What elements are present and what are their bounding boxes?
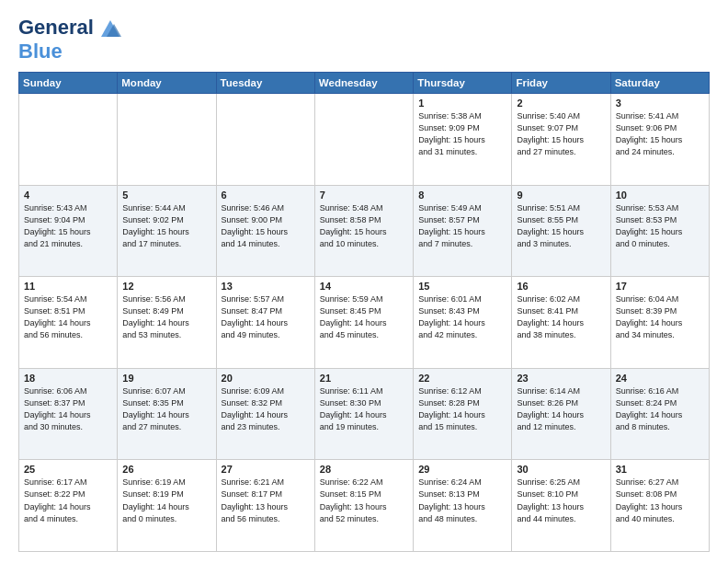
day-cell: 17Sunrise: 6:04 AM Sunset: 8:39 PM Dayli… (610, 277, 709, 369)
day-info: Sunrise: 5:56 AM Sunset: 8:49 PM Dayligh… (122, 293, 210, 341)
week-row-2: 4Sunrise: 5:43 AM Sunset: 9:04 PM Daylig… (19, 185, 710, 277)
day-number: 17 (616, 281, 704, 292)
day-number: 29 (418, 464, 506, 475)
day-cell: 5Sunrise: 5:44 AM Sunset: 9:02 PM Daylig… (118, 185, 216, 277)
day-number: 18 (24, 373, 112, 384)
day-cell: 4Sunrise: 5:43 AM Sunset: 9:04 PM Daylig… (19, 185, 118, 277)
day-number: 14 (320, 281, 408, 292)
day-number: 1 (418, 98, 506, 109)
day-cell: 21Sunrise: 6:11 AM Sunset: 8:30 PM Dayli… (314, 368, 413, 460)
day-info: Sunrise: 5:43 AM Sunset: 9:04 PM Dayligh… (24, 202, 112, 250)
day-info: Sunrise: 5:41 AM Sunset: 9:06 PM Dayligh… (616, 110, 704, 158)
day-cell: 28Sunrise: 6:22 AM Sunset: 8:15 PM Dayli… (314, 460, 413, 552)
day-info: Sunrise: 6:24 AM Sunset: 8:13 PM Dayligh… (418, 477, 506, 524)
day-cell: 19Sunrise: 6:07 AM Sunset: 8:35 PM Dayli… (118, 368, 216, 460)
day-number: 21 (320, 373, 408, 384)
col-header-sunday: Sunday (19, 73, 118, 94)
day-info: Sunrise: 6:25 AM Sunset: 8:10 PM Dayligh… (517, 477, 605, 524)
day-cell: 2Sunrise: 5:40 AM Sunset: 9:07 PM Daylig… (512, 94, 610, 186)
day-number: 23 (517, 373, 605, 384)
col-header-friday: Friday (512, 73, 610, 94)
day-number: 9 (517, 190, 605, 201)
day-cell: 24Sunrise: 6:16 AM Sunset: 8:24 PM Dayli… (610, 368, 709, 460)
day-info: Sunrise: 5:57 AM Sunset: 8:47 PM Dayligh… (222, 293, 310, 341)
day-number: 25 (24, 464, 112, 475)
day-cell: 29Sunrise: 6:24 AM Sunset: 8:13 PM Dayli… (414, 460, 512, 552)
day-cell (314, 94, 413, 186)
day-cell: 13Sunrise: 5:57 AM Sunset: 8:47 PM Dayli… (216, 277, 314, 369)
day-number: 11 (24, 281, 112, 292)
day-number: 19 (122, 373, 210, 384)
calendar-table: SundayMondayTuesdayWednesdayThursdayFrid… (18, 72, 710, 552)
calendar-header-row: SundayMondayTuesdayWednesdayThursdayFrid… (19, 73, 710, 94)
day-cell: 23Sunrise: 6:14 AM Sunset: 8:26 PM Dayli… (512, 368, 610, 460)
day-cell: 6Sunrise: 5:46 AM Sunset: 9:00 PM Daylig… (216, 185, 314, 277)
day-info: Sunrise: 6:01 AM Sunset: 8:43 PM Dayligh… (418, 293, 506, 341)
day-number: 8 (418, 190, 506, 201)
day-number: 31 (616, 464, 704, 475)
day-number: 3 (616, 98, 704, 109)
header: General Blue (18, 15, 710, 63)
day-cell: 30Sunrise: 6:25 AM Sunset: 8:10 PM Dayli… (512, 460, 610, 552)
day-info: Sunrise: 6:22 AM Sunset: 8:15 PM Dayligh… (320, 477, 408, 524)
day-number: 16 (517, 281, 605, 292)
day-info: Sunrise: 5:59 AM Sunset: 8:45 PM Dayligh… (320, 293, 408, 341)
page: General Blue SundayMondayTuesdayWednesda… (0, 0, 728, 563)
day-info: Sunrise: 5:49 AM Sunset: 8:57 PM Dayligh… (418, 202, 506, 250)
day-cell: 7Sunrise: 5:48 AM Sunset: 8:58 PM Daylig… (314, 185, 413, 277)
day-info: Sunrise: 6:02 AM Sunset: 8:41 PM Dayligh… (517, 293, 605, 341)
day-cell (118, 94, 216, 186)
day-info: Sunrise: 5:48 AM Sunset: 8:58 PM Dayligh… (320, 202, 408, 250)
day-cell: 12Sunrise: 5:56 AM Sunset: 8:49 PM Dayli… (118, 277, 216, 369)
day-number: 15 (418, 281, 506, 292)
day-cell: 14Sunrise: 5:59 AM Sunset: 8:45 PM Dayli… (314, 277, 413, 369)
day-info: Sunrise: 6:17 AM Sunset: 8:22 PM Dayligh… (24, 477, 112, 524)
day-number: 6 (222, 190, 310, 201)
day-cell (19, 94, 118, 186)
col-header-tuesday: Tuesday (216, 73, 314, 94)
day-cell: 22Sunrise: 6:12 AM Sunset: 8:28 PM Dayli… (414, 368, 512, 460)
day-cell: 27Sunrise: 6:21 AM Sunset: 8:17 PM Dayli… (216, 460, 314, 552)
day-cell: 3Sunrise: 5:41 AM Sunset: 9:06 PM Daylig… (610, 94, 709, 186)
day-cell: 26Sunrise: 6:19 AM Sunset: 8:19 PM Dayli… (118, 460, 216, 552)
day-number: 22 (418, 373, 506, 384)
day-info: Sunrise: 5:38 AM Sunset: 9:09 PM Dayligh… (418, 110, 506, 158)
day-info: Sunrise: 6:19 AM Sunset: 8:19 PM Dayligh… (122, 477, 210, 524)
day-info: Sunrise: 6:04 AM Sunset: 8:39 PM Dayligh… (616, 293, 704, 341)
day-info: Sunrise: 5:53 AM Sunset: 8:53 PM Dayligh… (616, 202, 704, 250)
week-row-5: 25Sunrise: 6:17 AM Sunset: 8:22 PM Dayli… (19, 460, 710, 552)
week-row-3: 11Sunrise: 5:54 AM Sunset: 8:51 PM Dayli… (19, 277, 710, 369)
day-info: Sunrise: 6:21 AM Sunset: 8:17 PM Dayligh… (222, 477, 310, 524)
col-header-saturday: Saturday (610, 73, 709, 94)
day-number: 27 (222, 464, 310, 475)
logo-icon (97, 15, 123, 40)
logo-text: General (18, 17, 94, 39)
day-number: 7 (320, 190, 408, 201)
day-cell: 18Sunrise: 6:06 AM Sunset: 8:37 PM Dayli… (19, 368, 118, 460)
day-cell (216, 94, 314, 186)
logo: General Blue (18, 15, 123, 63)
week-row-1: 1Sunrise: 5:38 AM Sunset: 9:09 PM Daylig… (19, 94, 710, 186)
day-number: 4 (24, 190, 112, 201)
day-cell: 16Sunrise: 6:02 AM Sunset: 8:41 PM Dayli… (512, 277, 610, 369)
day-info: Sunrise: 5:51 AM Sunset: 8:55 PM Dayligh… (517, 202, 605, 250)
col-header-wednesday: Wednesday (314, 73, 413, 94)
day-info: Sunrise: 6:06 AM Sunset: 8:37 PM Dayligh… (24, 385, 112, 433)
day-info: Sunrise: 6:14 AM Sunset: 8:26 PM Dayligh… (517, 385, 605, 433)
day-cell: 1Sunrise: 5:38 AM Sunset: 9:09 PM Daylig… (414, 94, 512, 186)
col-header-monday: Monday (118, 73, 216, 94)
day-info: Sunrise: 6:07 AM Sunset: 8:35 PM Dayligh… (122, 385, 210, 433)
day-number: 24 (616, 373, 704, 384)
day-info: Sunrise: 6:11 AM Sunset: 8:30 PM Dayligh… (320, 385, 408, 433)
day-number: 13 (222, 281, 310, 292)
day-cell: 10Sunrise: 5:53 AM Sunset: 8:53 PM Dayli… (610, 185, 709, 277)
logo-subtext: Blue (18, 40, 63, 63)
day-number: 20 (222, 373, 310, 384)
day-info: Sunrise: 6:27 AM Sunset: 8:08 PM Dayligh… (616, 477, 704, 524)
day-cell: 9Sunrise: 5:51 AM Sunset: 8:55 PM Daylig… (512, 185, 610, 277)
day-cell: 20Sunrise: 6:09 AM Sunset: 8:32 PM Dayli… (216, 368, 314, 460)
day-cell: 31Sunrise: 6:27 AM Sunset: 8:08 PM Dayli… (610, 460, 709, 552)
day-info: Sunrise: 5:40 AM Sunset: 9:07 PM Dayligh… (517, 110, 605, 158)
week-row-4: 18Sunrise: 6:06 AM Sunset: 8:37 PM Dayli… (19, 368, 710, 460)
day-info: Sunrise: 5:44 AM Sunset: 9:02 PM Dayligh… (122, 202, 210, 250)
